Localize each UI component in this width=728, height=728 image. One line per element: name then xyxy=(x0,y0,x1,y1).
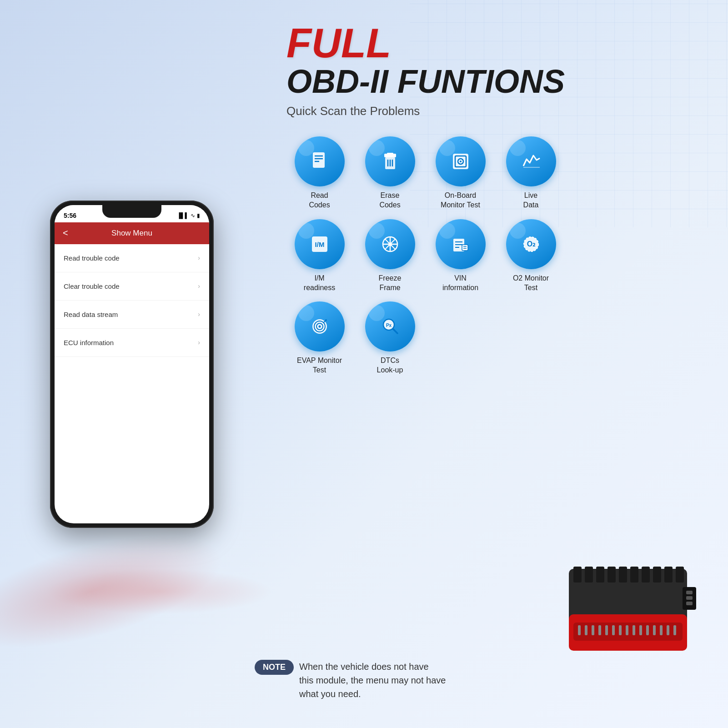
menu-item-read-trouble[interactable]: Read trouble code › xyxy=(55,244,209,272)
menu-item-label: Clear trouble code xyxy=(64,282,120,290)
svg-rect-57 xyxy=(585,625,587,635)
svg-line-41 xyxy=(393,329,397,333)
menu-arrow-icon: › xyxy=(198,282,200,290)
menu-item-read-data[interactable]: Read data stream › xyxy=(55,301,209,329)
o2-monitor-label: O2 MonitorTest xyxy=(513,274,549,293)
svg-rect-9 xyxy=(387,153,393,155)
left-section: 5:56 ▐▌▌ ∿ ▮ < Show Menu Read trouble co… xyxy=(0,0,250,728)
vin-info-label: VINinformation xyxy=(442,274,478,293)
evap-monitor-icon xyxy=(295,301,345,351)
evap-monitor-label: EVAP MonitorTest xyxy=(297,356,342,375)
svg-text:O₂: O₂ xyxy=(527,240,535,248)
signal-icon: ▐▌▌ xyxy=(177,212,189,219)
menu-item-label: ECU information xyxy=(64,339,114,346)
svg-rect-66 xyxy=(646,625,649,635)
dtcs-lookup-label: DTCsLook-up xyxy=(377,356,403,375)
svg-rect-44 xyxy=(573,567,582,582)
menu-arrow-icon: › xyxy=(198,339,200,346)
battery-icon: ▮ xyxy=(197,212,200,219)
phone-screen: 5:56 ▐▌▌ ∿ ▮ < Show Menu Read trouble co… xyxy=(55,205,209,523)
wifi-icon: ∿ xyxy=(191,212,195,219)
phone-menu: Read trouble code › Clear trouble code ›… xyxy=(55,244,209,357)
vin-info-icon xyxy=(436,219,486,269)
svg-rect-0 xyxy=(313,152,325,168)
svg-rect-68 xyxy=(660,625,663,635)
menu-arrow-icon: › xyxy=(198,311,200,318)
svg-point-22 xyxy=(388,242,392,246)
phone-notch xyxy=(102,205,161,218)
svg-rect-61 xyxy=(612,625,615,635)
svg-rect-72 xyxy=(686,591,693,594)
svg-rect-58 xyxy=(592,625,594,635)
svg-rect-48 xyxy=(619,567,627,582)
feature-freeze-frame: FreezeFrame xyxy=(357,219,423,293)
svg-rect-50 xyxy=(642,567,650,582)
read-codes-label: ReadCodes xyxy=(309,191,330,210)
svg-rect-47 xyxy=(608,567,616,582)
svg-point-38 xyxy=(325,319,327,321)
svg-rect-49 xyxy=(630,567,638,582)
obd-connector xyxy=(560,555,705,664)
erase-codes-icon xyxy=(365,136,415,186)
svg-rect-45 xyxy=(585,567,593,582)
onboard-monitor-icon xyxy=(436,136,486,186)
svg-point-36 xyxy=(318,326,321,328)
live-data-icon xyxy=(506,136,556,186)
dtcs-lookup-icon: Px xyxy=(365,301,415,351)
menu-item-clear-trouble[interactable]: Clear trouble code › xyxy=(55,272,209,301)
svg-rect-27 xyxy=(462,245,468,251)
svg-rect-65 xyxy=(639,625,642,635)
svg-rect-59 xyxy=(598,625,601,635)
menu-item-ecu-info[interactable]: ECU information › xyxy=(55,329,209,357)
note-badge: NOTE xyxy=(255,660,294,675)
svg-rect-60 xyxy=(605,625,608,635)
svg-rect-62 xyxy=(619,625,622,635)
feature-im-readiness: I/M I/Mreadiness xyxy=(286,219,352,293)
im-readiness-label: I/Mreadiness xyxy=(304,274,335,293)
status-icons: ▐▌▌ ∿ ▮ xyxy=(177,212,200,219)
status-time: 5:56 xyxy=(64,212,76,219)
svg-rect-52 xyxy=(664,567,673,582)
feature-vin-info: VINinformation xyxy=(427,219,493,293)
phone-header: < Show Menu xyxy=(55,222,209,244)
svg-rect-51 xyxy=(653,567,661,582)
read-codes-icon xyxy=(295,136,345,186)
phone-frame: 5:56 ▐▌▌ ∿ ▮ < Show Menu Read trouble co… xyxy=(50,201,214,528)
freeze-frame-icon xyxy=(365,219,415,269)
back-button[interactable]: < xyxy=(63,228,68,238)
svg-rect-56 xyxy=(578,625,581,635)
menu-item-label: Read data stream xyxy=(64,311,118,318)
svg-rect-74 xyxy=(686,602,693,605)
note-text: When the vehicle does not havethis modul… xyxy=(299,660,446,701)
svg-point-13 xyxy=(460,161,462,162)
svg-rect-64 xyxy=(633,625,635,635)
erase-codes-label: EraseCodes xyxy=(379,191,400,210)
svg-rect-63 xyxy=(626,625,628,635)
header-title: Show Menu xyxy=(111,229,152,238)
bg-circuit-decoration xyxy=(410,0,728,227)
svg-rect-69 xyxy=(667,625,669,635)
svg-rect-53 xyxy=(676,567,684,582)
note-section: NOTE When the vehicle does not havethis … xyxy=(255,660,555,701)
svg-rect-73 xyxy=(686,596,693,600)
svg-rect-67 xyxy=(653,625,656,635)
menu-item-label: Read trouble code xyxy=(64,254,120,262)
feature-read-codes: ReadCodes xyxy=(286,136,352,210)
svg-rect-46 xyxy=(596,567,604,582)
feature-dtcs-lookup: Px DTCsLook-up xyxy=(357,301,423,375)
feature-o2-monitor: O₂ O2 MonitorTest xyxy=(498,219,564,293)
o2-monitor-icon: O₂ xyxy=(506,219,556,269)
feature-evap-monitor: EVAP MonitorTest xyxy=(286,301,352,375)
svg-rect-70 xyxy=(673,625,676,635)
im-readiness-icon: I/M xyxy=(295,219,345,269)
menu-arrow-icon: › xyxy=(198,254,200,261)
main-container: 5:56 ▐▌▌ ∿ ▮ < Show Menu Read trouble co… xyxy=(0,0,728,728)
freeze-frame-label: FreezeFrame xyxy=(379,274,402,293)
svg-text:I/M: I/M xyxy=(315,241,324,248)
svg-text:Px: Px xyxy=(386,323,392,328)
